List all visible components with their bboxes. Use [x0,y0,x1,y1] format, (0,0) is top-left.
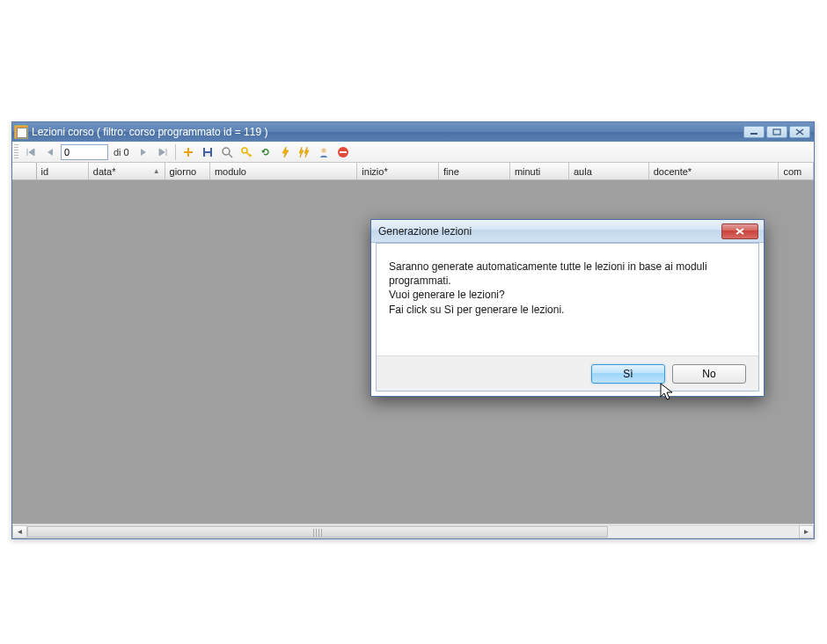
no-button[interactable]: No [672,364,746,384]
user-icon[interactable] [315,143,333,161]
svg-rect-5 [205,148,210,151]
dialog-text-line1: Saranno generate automaticamente tutte l… [389,260,746,288]
column-header-id[interactable]: id [37,163,89,179]
lightning-icon[interactable] [276,143,294,161]
svg-line-8 [229,154,232,157]
add-button[interactable] [179,143,197,161]
record-total-label: di 0 [110,147,133,157]
horizontal-scrollbar[interactable]: ◄ ► [12,523,814,538]
last-record-button[interactable] [154,143,172,161]
column-header-minuti[interactable]: minuti [510,163,569,179]
dialog-inner: Saranno generate automaticamente tutte l… [376,243,759,392]
dialog-titlebar: Generazione lezioni [371,220,764,243]
close-button[interactable] [789,126,810,138]
yes-button-label: Sì [623,368,633,380]
column-header-docente*[interactable]: docente* [649,163,779,179]
scroll-track[interactable] [27,525,799,538]
maximize-button[interactable] [766,126,787,138]
dialog-close-button[interactable] [721,223,758,239]
column-header-aula[interactable]: aula [569,163,649,179]
refresh-icon[interactable] [257,143,274,161]
dialog-footer: Sì No [377,355,758,391]
column-header-com[interactable]: com [779,163,814,179]
svg-point-7 [223,148,230,155]
dialog-text-line2: Vuoi generare le lezioni? [389,288,746,302]
scroll-left-arrow[interactable]: ◄ [12,525,27,538]
save-button[interactable] [199,143,216,161]
yes-button[interactable]: Sì [591,364,665,384]
scroll-right-arrow[interactable]: ► [799,525,814,538]
search-icon[interactable] [218,143,236,161]
column-header-giorno[interactable]: giorno [165,163,210,179]
key-icon[interactable] [238,143,255,161]
svg-rect-1 [773,129,780,135]
toolbar-grip [14,144,18,160]
dialog-title: Generazione lezioni [378,225,472,238]
titlebar: Lezioni corso ( filtro: corso programmat… [12,122,814,142]
delete-button[interactable] [334,143,352,161]
grid-header-row: iddata*▲giornomoduloinizio*fineminutiaul… [12,163,814,180]
column-header-modulo[interactable]: modulo [210,163,357,179]
app-icon [14,125,28,139]
toolbar: di 0 [12,142,814,163]
dialog-body: Saranno generate automaticamente tutte l… [377,244,758,355]
prev-record-button[interactable] [41,143,59,161]
svg-point-10 [321,148,326,152]
column-header-data*[interactable]: data*▲ [89,163,165,179]
record-number-input[interactable] [61,144,108,160]
window-title: Lezioni corso ( filtro: corso programmat… [32,126,267,138]
dialog-generazione-lezioni: Generazione lezioni Saranno generate aut… [370,219,765,397]
scroll-thumb[interactable] [27,526,608,538]
dialog-text-line3: Fai click su Sì per generare le lezioni. [389,303,746,317]
column-header-fine[interactable]: fine [439,163,510,179]
row-header-corner[interactable] [12,163,37,179]
svg-rect-12 [340,151,347,153]
minimize-button[interactable] [743,126,765,138]
lightning-multi-icon[interactable] [296,143,313,161]
column-header-inizio*[interactable]: inizio* [357,163,439,179]
no-button-label: No [702,368,715,380]
next-record-button[interactable] [135,143,152,161]
first-record-button[interactable] [22,143,40,161]
svg-rect-6 [205,153,210,157]
